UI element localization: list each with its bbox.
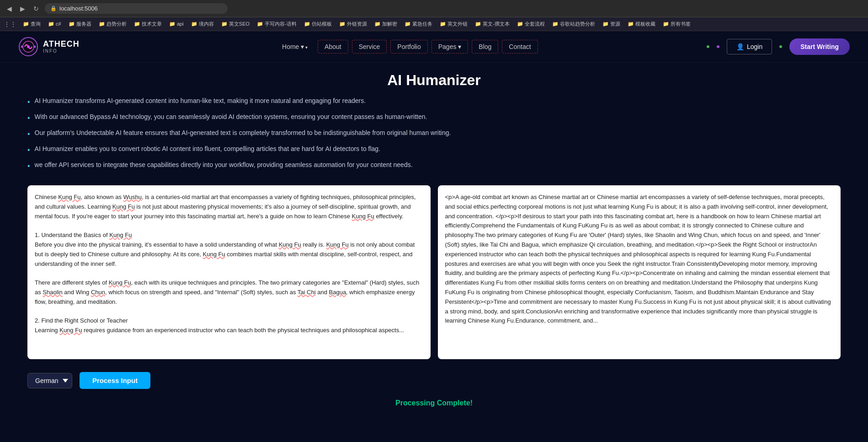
bullet-icon: • [27, 113, 30, 124]
nav-service[interactable]: Service [352, 40, 387, 54]
bookmark-item[interactable]: 📁 全套流程 [514, 20, 548, 28]
panels-section: Chinese Kung Fu, also known as Wushu, is… [0, 185, 868, 367]
logo-area: ATHECH INFO [18, 37, 80, 57]
bookmark-item[interactable]: 📁 资源 [600, 20, 623, 28]
nav-contact[interactable]: Contact [502, 40, 538, 54]
nav-forward-btn[interactable]: ▶ [18, 4, 27, 13]
bookmark-item[interactable]: 📁 谷歌站趋势分析 [549, 20, 598, 28]
bookmark-item[interactable]: 📁 模板收藏 [625, 20, 658, 28]
left-content-panel[interactable]: Chinese Kung Fu, also known as Wushu, is… [27, 185, 431, 359]
logo-icon [18, 37, 38, 57]
nav-about[interactable]: About [318, 40, 348, 54]
left-panel-text: Chinese Kung Fu, also known as Wushu, is… [35, 193, 423, 335]
status-section: Processing Complete! [0, 394, 868, 412]
feature-item: • Our platform's Undetectable AI feature… [27, 128, 841, 140]
language-select[interactable]: German English French Spanish Chinese [27, 373, 72, 388]
url-bar[interactable]: 🔒 localhost:5006 [45, 3, 228, 14]
bookmarks-icon: ⋮⋮ [4, 21, 16, 28]
bookmark-item[interactable]: 📁 仿站模板 [301, 20, 335, 28]
bookmark-item[interactable]: 📁 外链资源 [336, 20, 370, 28]
nav-refresh-btn[interactable]: ↻ [31, 4, 41, 13]
status-dot [707, 45, 709, 48]
logo-name: ATHECH [43, 40, 80, 49]
bullet-icon: • [27, 161, 30, 172]
features-section: • AI Humanizer transforms AI-generated c… [0, 96, 868, 185]
page-title-section: AI Humanizer [0, 63, 868, 96]
bookmark-item[interactable]: 📁 技术文章 [131, 20, 165, 28]
nav-right: 👤 Login Start Writing [707, 38, 850, 55]
nav-blog[interactable]: Blog [472, 40, 498, 54]
feature-item: • AI Humanizer transforms AI-generated c… [27, 96, 841, 108]
nav-pages[interactable]: Pages ▾ [431, 40, 469, 54]
feature-item: • we offer API services to integrate the… [27, 160, 841, 172]
nav-home[interactable]: Home ▾ [276, 40, 314, 53]
right-content-panel[interactable]: <p>A age-old combat art known as Chinese… [438, 185, 841, 359]
login-button[interactable]: 👤 Login [727, 39, 772, 54]
bookmark-item[interactable]: 📁 所有书签 [660, 20, 693, 28]
navbar: ATHECH INFO Home ▾ About Service Portfol… [0, 31, 868, 63]
nav-back-btn[interactable]: ◀ [5, 4, 14, 13]
svg-point-3 [21, 46, 23, 48]
browser-chrome: ◀ ▶ ↻ 🔒 localhost:5006 [0, 0, 868, 17]
bookmark-item[interactable]: 📁 英文-撰文本 [472, 20, 512, 28]
feature-item: • AI Humanizer enables you to convert ro… [27, 144, 841, 156]
process-input-button[interactable]: Process Input [80, 372, 150, 389]
status-dot-3 [779, 45, 782, 48]
status-complete-message: Processing Complete! [395, 399, 473, 407]
site-wrapper: ATHECH INFO Home ▾ About Service Portfol… [0, 31, 868, 442]
start-writing-button[interactable]: Start Writing [789, 38, 850, 55]
nav-links: Home ▾ About Service Portfolio Pages ▾ B… [107, 40, 707, 54]
bookmark-item[interactable]: 📁 英文外链 [437, 20, 470, 28]
svg-point-4 [34, 46, 36, 48]
page-title: AI Humanizer [0, 72, 868, 89]
status-dot-2 [717, 45, 719, 48]
svg-point-2 [27, 45, 30, 48]
user-icon: 👤 [736, 43, 744, 50]
bullet-icon: • [27, 129, 30, 140]
bookmark-item[interactable]: 📁 加解密 [372, 20, 400, 28]
right-panel-text: <p>A age-old combat art known as Chinese… [445, 193, 834, 326]
feature-item: • With our advanced Bypass AI technology… [27, 112, 841, 124]
bullet-icon: • [27, 145, 30, 156]
bottom-bar: German English French Spanish Chinese Pr… [0, 367, 868, 394]
bookmark-item[interactable]: 📁 英文SEO [218, 20, 252, 28]
logo-text-block: ATHECH INFO [43, 40, 80, 54]
lock-icon: 🔒 [50, 5, 57, 11]
bookmark-item[interactable]: 📁 紧急任务 [402, 20, 435, 28]
bullet-icon: • [27, 97, 30, 108]
bookmark-item[interactable]: 📁 趋势分析 [96, 20, 129, 28]
logo-sub: INFO [43, 49, 80, 54]
bookmark-item[interactable]: 📁 查询 [20, 20, 43, 28]
bookmark-item[interactable]: 📁 c# [45, 20, 64, 28]
url-text: localhost:5006 [59, 5, 98, 12]
bookmark-item[interactable]: 📁 服务器 [66, 20, 94, 28]
bookmark-item[interactable]: 📁 api [166, 20, 186, 28]
bookmarks-bar: ⋮⋮ 📁 查询📁 c#📁 服务器📁 趋势分析📁 技术文章📁 api📁 境内容📁 … [0, 17, 868, 31]
nav-portfolio[interactable]: Portfolio [390, 40, 427, 54]
bookmark-item[interactable]: 📁 手写内容-语料 [254, 20, 299, 28]
bookmark-item[interactable]: 📁 境内容 [188, 20, 217, 28]
